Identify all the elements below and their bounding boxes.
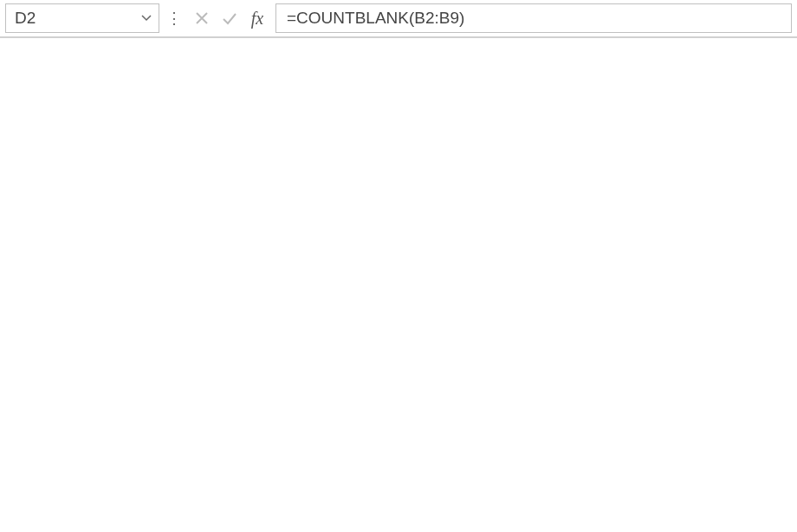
formula-input[interactable]: =COUNTBLANK(B2:B9) bbox=[275, 3, 792, 33]
cancel-icon bbox=[189, 5, 215, 31]
name-box[interactable]: D2 bbox=[5, 3, 159, 33]
name-box-value: D2 bbox=[6, 9, 134, 28]
chevron-down-icon[interactable] bbox=[134, 4, 159, 32]
formula-bar: D2 ⋮ fx =COUNTBLANK(B2:B9) bbox=[0, 0, 797, 38]
formula-bar-icons: fx bbox=[189, 3, 270, 33]
enter-icon bbox=[217, 5, 243, 31]
fx-icon[interactable]: fx bbox=[244, 5, 270, 31]
formula-text: =COUNTBLANK(B2:B9) bbox=[287, 9, 464, 28]
vertical-dots-icon[interactable]: ⋮ bbox=[165, 9, 184, 28]
